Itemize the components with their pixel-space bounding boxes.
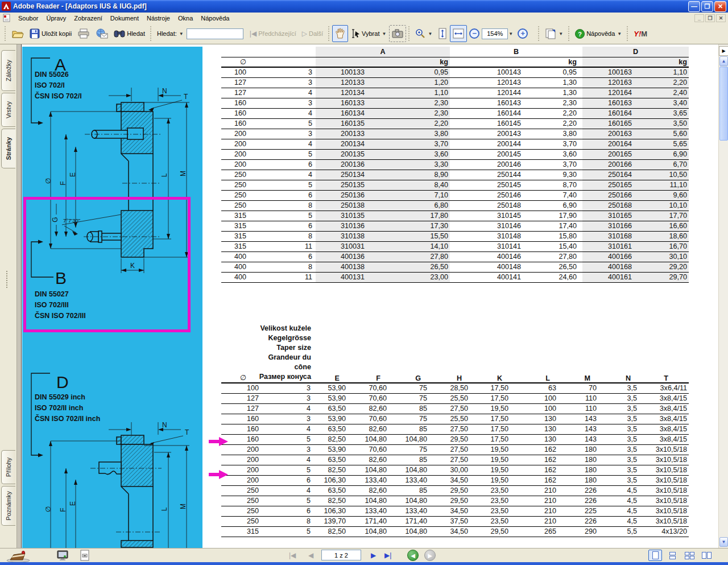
continuous-facing-layout-button[interactable]: [682, 550, 696, 561]
main-area: Záložky Vrstvy Stránky Přílohy Poznámky: [0, 44, 728, 548]
dim-n-label: N: [162, 421, 167, 429]
doc-restore-button[interactable]: ❐: [705, 14, 715, 22]
page-number-input[interactable]: [321, 550, 361, 560]
save-disk-icon: [30, 28, 40, 39]
scroll-up-button[interactable]: ▲: [719, 56, 728, 66]
find-input[interactable]: [187, 28, 243, 39]
find-dropdown[interactable]: Hledat: ▼: [154, 25, 187, 42]
toolbar-grip[interactable]: [627, 26, 628, 41]
table-row: 16051601352,201601452,201601653,50: [221, 118, 689, 129]
next-result-button[interactable]: ▷ Další: [299, 25, 326, 42]
table-row: 20052001353,602001453,602001656,90: [221, 149, 689, 159]
col-t-header: T: [639, 321, 689, 383]
table-row: 250582,50104,80104,8029,5023,502102264,5…: [221, 496, 689, 506]
next-page-button[interactable]: ▶: [371, 550, 376, 561]
figure-a-standard: DIN 55026: [35, 71, 69, 79]
toolbar-grip[interactable]: [408, 26, 410, 41]
help-label: Nápověda: [586, 30, 615, 37]
doc-close-button[interactable]: ✕: [716, 14, 726, 22]
technical-drawing-d: D DIN 55029 inch ISO 702/II inch ČSN ISO…: [22, 364, 202, 548]
tab-poznamky[interactable]: Poznámky: [1, 486, 15, 526]
open-button[interactable]: [9, 25, 27, 42]
continuous-layout-button[interactable]: [665, 550, 679, 561]
search-button[interactable]: Hledat: [111, 25, 148, 42]
pdf-page: A DIN 55026 ISO 702/I ČSN ISO 702/I N T: [21, 44, 718, 548]
menu-dokument[interactable]: Dokument: [106, 14, 143, 23]
menu-soubor[interactable]: Soubor: [14, 14, 42, 23]
window-title: Adobe Reader - [Adaptors IUS & IUG.pdf]: [13, 2, 147, 10]
first-page-button[interactable]: |◀: [289, 550, 296, 561]
dim-l-label: L: [160, 507, 168, 511]
highlight-box: [23, 197, 191, 332]
email-button[interactable]: [93, 25, 111, 42]
tab-zalozky[interactable]: Záložky: [1, 50, 15, 91]
yahoo-logo: Y!: [634, 30, 641, 38]
pane-resize-handle[interactable]: [6, 271, 10, 288]
toolbar-grip[interactable]: [150, 26, 152, 41]
taper-size-header: Velikost kužele Kegelgrösse Taper size G…: [260, 321, 312, 383]
toolbar-grip[interactable]: [5, 26, 6, 41]
help-button[interactable]: ? Nápověda ▼: [572, 25, 624, 42]
zoom-out-button[interactable]: −: [469, 28, 479, 39]
previous-view-button[interactable]: ◀: [407, 550, 419, 561]
doc-minimize-button[interactable]: _: [694, 14, 704, 22]
help-question-icon: ?: [575, 29, 585, 39]
table-row: 20042001343,702001443,702001645,65: [221, 139, 689, 149]
menu-zobrazeni[interactable]: Zobrazení: [70, 14, 106, 23]
next-view-button[interactable]: ▶: [424, 550, 436, 561]
screen-preferences-icon[interactable]: [57, 550, 68, 561]
fit-width-button[interactable]: [450, 25, 467, 42]
search-label: Hledat: [127, 30, 145, 37]
page-layout-button[interactable]: ▼: [542, 25, 566, 42]
snapshot-button[interactable]: [389, 25, 406, 42]
tab-vrstvy[interactable]: Vrstvy: [1, 93, 15, 127]
last-page-button[interactable]: ▶|: [384, 550, 391, 561]
scrollbar-thumb[interactable]: [719, 67, 728, 141]
scroll-down-button[interactable]: ▼: [719, 537, 728, 547]
group-d-header: D: [582, 47, 689, 57]
zoom-in-button[interactable]: +: [518, 28, 528, 39]
fit-page-button[interactable]: [435, 25, 450, 42]
zoom-level-input[interactable]: [482, 28, 508, 39]
restore-button[interactable]: ❐: [701, 1, 713, 12]
menu-okna[interactable]: Okna: [174, 14, 197, 23]
continuous-icon: [669, 552, 676, 559]
table-row: 315582,50104,80104,8034,5029,502652905,5…: [221, 526, 689, 537]
menu-upravy[interactable]: Úpravy: [42, 14, 70, 23]
save-copy-button[interactable]: Uložit kopii: [27, 25, 75, 42]
table-row: 12741201341,101201441,301201642,40: [221, 88, 689, 98]
zoom-tool-button[interactable]: ▼: [412, 25, 435, 42]
previous-page-button[interactable]: ◀: [308, 550, 313, 561]
chevron-down-icon[interactable]: ▼: [508, 31, 513, 36]
previous-result-button[interactable]: |◀ Předcházející: [247, 25, 299, 42]
pages-icon: [545, 28, 556, 39]
facing-layout-button[interactable]: [700, 550, 713, 561]
tab-stranky[interactable]: Stránky: [1, 129, 15, 168]
save-copy-label: Uložit kopii: [42, 30, 72, 37]
hand-icon: [335, 28, 345, 39]
yahoo-messenger-button[interactable]: Y!M: [631, 25, 650, 42]
select-tool-button[interactable]: Vybrat ▼: [348, 25, 389, 42]
toolbar: Uložit kopii Hledat: [0, 23, 728, 44]
print-button[interactable]: [75, 25, 93, 42]
toolbar-grip[interactable]: [538, 26, 540, 41]
toolbar-grip[interactable]: [568, 26, 570, 41]
hand-tool-button[interactable]: [332, 25, 348, 42]
minimize-button[interactable]: —: [688, 1, 700, 12]
tab-prilohy[interactable]: Přílohy: [1, 450, 15, 484]
scroll-menu-button[interactable]: ▶: [719, 46, 728, 56]
flange-section-a: [92, 102, 153, 211]
zoom-in-magnifier-icon: [415, 28, 425, 39]
menu-nastroje[interactable]: Nástroje: [143, 14, 174, 23]
single-page-layout-button[interactable]: [648, 550, 662, 561]
table-row: 315831013815,5031014815,8031016818,60: [221, 231, 689, 241]
toolbar-grip[interactable]: [328, 26, 330, 41]
vertical-scrollbar[interactable]: ▶ ▲ ▼: [718, 44, 728, 548]
close-button[interactable]: ✕: [714, 1, 726, 12]
table-row: 127353,9070,607525,5017,501001103,53x8,4…: [221, 393, 689, 403]
page-size-icon[interactable]: [80, 550, 90, 561]
previous-label: Předcházející: [258, 30, 296, 37]
table-row: 2506106,30133,40133,4034,5023,502102254,…: [221, 506, 689, 516]
menu-napoveda[interactable]: Nápověda: [197, 14, 233, 23]
col-f-header: F: [348, 321, 388, 383]
